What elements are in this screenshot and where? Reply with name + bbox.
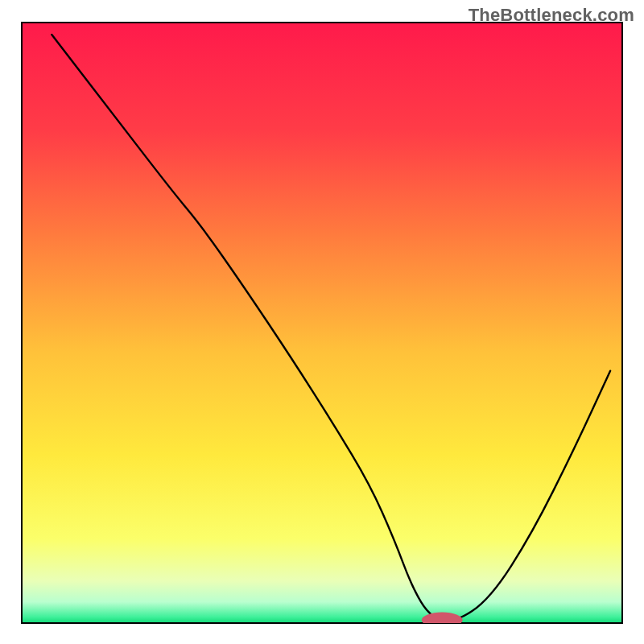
chart-stage: TheBottleneck.com — [0, 0, 644, 644]
optimal-marker — [422, 613, 463, 628]
bottleneck-chart — [0, 0, 644, 644]
